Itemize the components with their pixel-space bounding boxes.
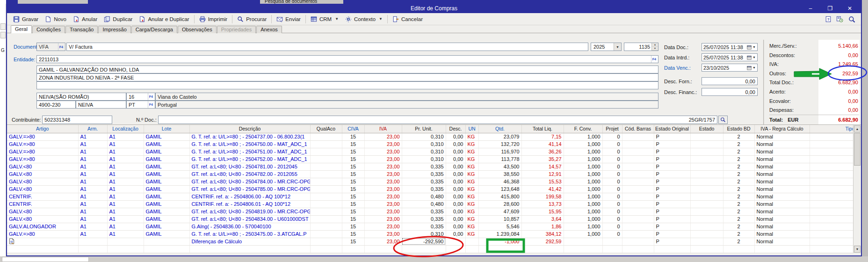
table-row[interactable]: GALV.=>80A1A1GAMILG. T. ref. a: U/L>=80 … <box>7 140 856 148</box>
cell-lote[interactable]: GAMIL <box>144 208 189 215</box>
imprimir-button[interactable]: Imprimir <box>196 15 231 24</box>
cell-iva[interactable]: 23,00 <box>364 140 402 148</box>
col-header-artigo[interactable]: Artigo <box>7 125 78 133</box>
pais-code-field[interactable]: PT F4 <box>126 101 155 109</box>
cell-total_liq[interactable]: 7,15 <box>521 133 564 140</box>
cell-estado_original[interactable]: P <box>654 163 690 170</box>
cell-iva_regra[interactable]: Normal <box>754 230 810 238</box>
cell-empty[interactable] <box>654 245 690 253</box>
cell-artigo[interactable]: GALV.<80 <box>7 178 78 185</box>
cell-f_conv[interactable]: 1,000 <box>564 170 602 178</box>
cell-qtd[interactable]: 47,609 <box>478 208 521 215</box>
cell-descricao[interactable]: GT. ref. a:L<80; U<80 - 2504781.00 - 201… <box>189 163 310 170</box>
cell-descricao[interactable]: G. T. ref. a: U/L>=80 ; - 2504752.00 - M… <box>189 155 310 163</box>
cell-tipo[interactable] <box>810 140 856 148</box>
cell-qtd[interactable]: 46,368 <box>478 178 521 185</box>
cell-f_conv[interactable]: 1,000 <box>564 178 602 185</box>
date-field[interactable]: 25/07/2025 11:38▼ <box>702 53 758 61</box>
cell-descricao[interactable]: GT. ref. a:L<80; U<80 - 2504785.00 - MR.… <box>189 185 310 193</box>
gravar-button[interactable]: Gravar <box>10 15 42 24</box>
cell-f_conv[interactable]: 1,000 <box>564 223 602 230</box>
cell-descricao[interactable]: G.Alng( - 2504836.00 - 570040100 <box>189 223 310 230</box>
cell-iva_regra[interactable]: Normal <box>754 133 810 140</box>
cell-lote[interactable]: GAMIL <box>144 133 189 140</box>
distrito-field[interactable]: Viana do Castelo <box>155 93 658 101</box>
cell-civa[interactable]: 15 <box>342 178 364 185</box>
cell-lote[interactable]: GAMIL <box>144 148 189 155</box>
cell-localizacao[interactable]: A1 <box>107 170 144 178</box>
cell-estado[interactable] <box>690 223 723 230</box>
help-icon[interactable]: ? <box>825 16 832 22</box>
col-header-cod_barras[interactable]: Cód. Barras <box>622 125 654 133</box>
cell-desc[interactable]: 0,00 <box>446 133 465 140</box>
f4-lookup-icon[interactable]: F4 <box>148 93 153 100</box>
cell-un[interactable]: KG <box>465 148 478 155</box>
cp-field[interactable]: 4900-230 <box>36 101 76 109</box>
cell-iva_regra[interactable]: Normal <box>754 208 810 215</box>
cell-estado_original[interactable]: P <box>654 170 690 178</box>
cell-cod_barras[interactable] <box>622 230 654 238</box>
cell-iva[interactable]: 23,00 <box>364 223 402 230</box>
cell-localizacao[interactable]: A1 <box>107 230 144 238</box>
close-button[interactable]: ✕ <box>846 4 854 13</box>
cell-empty[interactable] <box>564 245 602 253</box>
cell-cod_barras[interactable] <box>622 238 654 245</box>
cell-projet[interactable]: 0 <box>602 223 622 230</box>
cell-iva_regra[interactable]: Normal <box>754 238 810 245</box>
cell-artigo[interactable]: GALV.=>80 <box>7 140 78 148</box>
cell-estado_original[interactable]: P <box>654 193 690 200</box>
cell-total_liq[interactable]: 1,86 <box>521 223 564 230</box>
cell-estado_bd[interactable]: 2 <box>723 178 754 185</box>
cell-pr_unit[interactable]: 0,335 <box>402 215 446 223</box>
cell-estado[interactable] <box>690 215 723 223</box>
anular-button[interactable]: xAnular <box>70 15 101 24</box>
cell-desc[interactable]: 0,00 <box>446 215 465 223</box>
cell-estado_original[interactable]: P <box>654 133 690 140</box>
cell-iva[interactable]: 23,00 <box>364 170 402 178</box>
col-header-iva[interactable]: IVA <box>364 125 402 133</box>
cell-iva[interactable]: 23,00 <box>364 193 402 200</box>
cell-lote[interactable]: GAMIL <box>144 178 189 185</box>
cell-civa[interactable]: 15 <box>342 140 364 148</box>
cell-desc[interactable]: 0,00 <box>446 185 465 193</box>
cell-empty[interactable] <box>521 245 564 253</box>
cell-empty[interactable] <box>478 245 521 253</box>
novo-button[interactable]: Novo <box>42 15 70 24</box>
cell-iva_regra[interactable]: Normal <box>754 163 810 170</box>
col-header-un[interactable]: UN <box>465 125 478 133</box>
cell-localizacao[interactable]: A1 <box>107 193 144 200</box>
cell-artigo[interactable]: CENTRIF. <box>7 200 78 208</box>
col-header-projet[interactable]: Projet <box>602 125 622 133</box>
cell-civa[interactable]: 15 <box>342 185 364 193</box>
table-row[interactable]: CENTRIF.A1A1GAMILCENTRIF. ref. a: - 2504… <box>7 193 856 200</box>
cell-lote[interactable]: GAMIL <box>144 185 189 193</box>
cell-estado_bd[interactable]: 2 <box>723 133 754 140</box>
cell-pr_unit[interactable]: 0,480 <box>402 200 446 208</box>
cell-estado_bd[interactable]: 2 <box>723 200 754 208</box>
cell-iva_regra[interactable]: Normal <box>754 193 810 200</box>
cell-projet[interactable]: 0 <box>602 193 622 200</box>
cell-qualaco[interactable] <box>310 200 342 208</box>
cell-descricao[interactable]: GT. ref. a:L<80; U<80 - 2504782.00 - 201… <box>189 170 310 178</box>
cell-cod_barras[interactable] <box>622 178 654 185</box>
cp-localidade-field[interactable]: NEIVA <box>76 101 126 109</box>
cell-localizacao[interactable]: A1 <box>107 133 144 140</box>
table-row[interactable]: GALV.=>80A1A1GAMILG. T. ref. a: U/L>=80 … <box>7 148 856 155</box>
cell-iva_regra[interactable]: Normal <box>754 178 810 185</box>
cell-artigo[interactable]: GALV.=>80 <box>7 155 78 163</box>
col-header-lote[interactable]: Lote <box>144 125 189 133</box>
spinner-arrows[interactable]: ▲▼ <box>651 43 658 51</box>
cell-projet[interactable]: 0 <box>602 208 622 215</box>
cell-tipo[interactable] <box>810 148 856 155</box>
cell-empty[interactable] <box>602 245 622 253</box>
cell-artigo[interactable]: GALV.=>80 <box>7 148 78 155</box>
cell-lote[interactable]: GAMIL <box>144 215 189 223</box>
tab-transa-o[interactable]: Transação <box>65 26 98 33</box>
cell-desc[interactable]: 0,00 <box>446 178 465 185</box>
cell-civa[interactable]: 15 <box>342 133 364 140</box>
tab-anexos[interactable]: Anexos <box>256 26 282 33</box>
cell-qualaco[interactable] <box>310 163 342 170</box>
cell-projet[interactable]: 0 <box>602 185 622 193</box>
scroll-up-icon[interactable]: ▲ <box>854 125 861 132</box>
cell-tipo[interactable] <box>810 170 856 178</box>
